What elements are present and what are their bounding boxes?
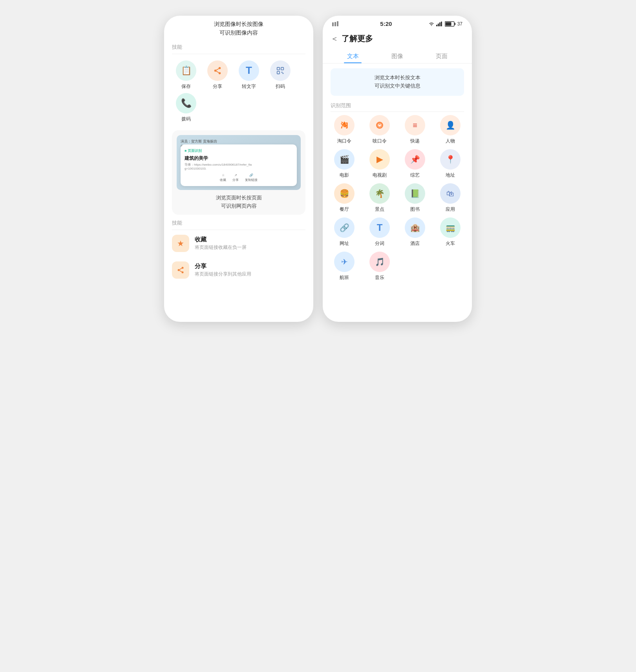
battery-icon (445, 21, 456, 27)
tab-page[interactable]: 页面 (420, 49, 464, 63)
cat-music[interactable]: 🎵 音乐 (364, 252, 395, 281)
taobao-label: 淘口令 (337, 138, 351, 144)
cat-tv[interactable]: ▶ 电视剧 (364, 149, 395, 179)
cat-train[interactable]: 🚃 火车 (435, 217, 466, 247)
back-button[interactable]: ＜ (331, 33, 338, 44)
tab-image[interactable]: 图像 (375, 49, 419, 63)
preview-caption-line2: 可识别网页内容 (177, 202, 301, 210)
cat-express[interactable]: ≡ 快递 (400, 115, 430, 144)
restaurant-label: 餐厅 (340, 206, 349, 213)
url-label: 网址 (340, 240, 349, 247)
svg-point-2 (219, 72, 221, 74)
svg-rect-23 (455, 23, 455, 25)
svg-rect-20 (439, 22, 440, 26)
popup-action-bookmark[interactable]: ☆ 收藏 (220, 173, 226, 182)
status-time: 5:20 (380, 20, 392, 27)
features-grid: 📋 保存 分享 T 转文字 (164, 54, 313, 126)
bookmark-label: 收藏 (220, 178, 226, 182)
popup-url: 导播：https://weibo.com/u/1840906187/refer_… (185, 163, 293, 170)
feature-text[interactable]: T 转文字 (235, 60, 263, 90)
call-label: 拨码 (181, 116, 191, 122)
mouth-label: 吱口令 (373, 138, 387, 144)
tv-icon: ▶ (369, 149, 390, 170)
express-label: 快递 (410, 138, 420, 144)
hotel-icon: 🏨 (405, 217, 425, 238)
feature-call[interactable]: 📞 拨码 (172, 93, 200, 122)
svg-rect-17 (337, 21, 338, 26)
preview-popup: ■ 页面识别 建筑的美学 导播：https://weibo.com/u/1840… (181, 144, 297, 186)
flight-label: 航班 (340, 274, 349, 281)
share2-icon: ↗ (234, 173, 237, 177)
svg-point-0 (219, 67, 221, 69)
share-label: 分享 (213, 83, 222, 90)
feature-share[interactable]: 分享 (203, 60, 232, 90)
cat-movie[interactable]: 🎬 电影 (329, 149, 360, 179)
svg-line-4 (216, 69, 219, 70)
book-icon: 📗 (405, 183, 425, 204)
header-line2: 可识别图像内容 (170, 28, 307, 37)
text-feature-preview: 浏览文本时长按文本 可识别文中关键信息 (331, 68, 464, 96)
cat-location[interactable]: 📍 地址 (435, 149, 466, 179)
mouth-icon (369, 115, 390, 135)
copy-label: 复制链接 (245, 178, 258, 182)
svg-rect-18 (436, 25, 437, 26)
feature-scan[interactable]: 扫码 (266, 60, 294, 90)
svg-point-1 (214, 69, 217, 72)
app-icon: 🛍 (440, 183, 461, 204)
right-phone: 5:20 37 (323, 16, 472, 322)
bottom-padding-left (164, 283, 313, 291)
location-icon: 📍 (440, 149, 461, 170)
share2-label: 分享 (232, 178, 239, 182)
svg-point-11 (178, 269, 180, 271)
preview-image: 演员：贺方斯 贡海振坊 假景：西城 艺术美学阅是建筑学的重要分支，感悟立在观察学… (177, 135, 301, 190)
popup-action-copy[interactable]: 🔗 复制链接 (245, 173, 258, 182)
text-feature-line2: 可识别文中关键信息 (375, 82, 420, 90)
preview-caption: 浏览页面时长按页面 可识别网页内容 (177, 194, 301, 210)
person-label: 人物 (446, 138, 455, 144)
hotel-label: 酒店 (410, 240, 420, 247)
share-list-desc: 将页面链接分享到其他应用 (195, 271, 251, 278)
svg-point-26 (377, 123, 382, 128)
wifi-icon (428, 22, 435, 26)
cat-scenic[interactable]: 🌴 景点 (364, 183, 395, 213)
scan-icon (270, 60, 291, 81)
status-bar: 5:20 37 (323, 16, 472, 30)
feature-list-bookmark[interactable]: ★ 收藏 将页面链接收藏在负一屏 (164, 230, 313, 257)
section1-label: 技能 (164, 44, 313, 54)
cat-hotel[interactable]: 🏨 酒店 (400, 217, 430, 247)
scan-label: 扫码 (276, 83, 285, 90)
tab-text[interactable]: 文本 (331, 49, 375, 63)
text-label: 转文字 (242, 83, 256, 90)
book-label: 图书 (410, 206, 420, 213)
text-feature-line1: 浏览文本时长按文本 (375, 74, 420, 82)
cat-app[interactable]: 🛍 应用 (435, 183, 466, 213)
feature-list-share[interactable]: 分享 将页面链接分享到其他应用 (164, 257, 313, 283)
restaurant-icon: 🍔 (334, 183, 355, 204)
cat-url[interactable]: 🔗 网址 (329, 217, 360, 247)
url-icon: 🔗 (334, 217, 355, 238)
movie-icon: 🎬 (334, 149, 355, 170)
status-left (332, 21, 344, 27)
word-label: 分词 (375, 240, 384, 247)
cat-restaurant[interactable]: 🍔 餐厅 (329, 183, 360, 213)
empty-cell-1 (400, 252, 430, 281)
cat-book[interactable]: 📗 图书 (400, 183, 430, 213)
popup-action-share[interactable]: ↗ 分享 (232, 173, 239, 182)
bookmark-list-text: 收藏 将页面链接收藏在负一屏 (195, 236, 247, 251)
cat-word[interactable]: T 分词 (364, 217, 395, 247)
cat-person[interactable]: 👤 人物 (435, 115, 466, 144)
cat-mouth[interactable]: 吱口令 (364, 115, 395, 144)
cat-taobao[interactable]: 淘 淘口令 (329, 115, 360, 144)
svg-rect-5 (277, 68, 280, 70)
tabs-bar: 文本 图像 页面 (323, 49, 472, 64)
bottom-padding-right (323, 284, 472, 292)
movie-label: 电影 (340, 172, 349, 179)
svg-line-13 (179, 271, 182, 272)
cat-variety[interactable]: 📌 综艺 (400, 149, 430, 179)
cat-flight[interactable]: ✈ 航班 (329, 252, 360, 281)
svg-line-14 (179, 268, 182, 270)
copy-icon: 🔗 (249, 173, 253, 177)
bookmark-title: 收藏 (195, 236, 247, 243)
page-title: 了解更多 (342, 33, 373, 44)
feature-save[interactable]: 📋 保存 (172, 60, 200, 90)
